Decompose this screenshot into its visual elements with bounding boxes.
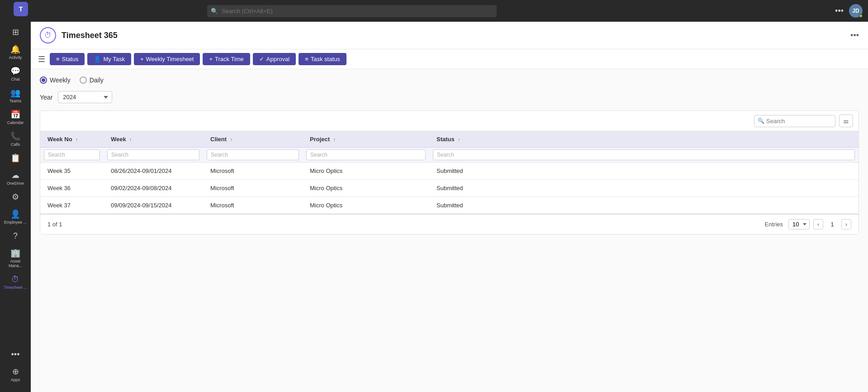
weekly-timesheet-label: Weekly Timesheet: [146, 56, 194, 62]
onedrive-label: OneDrive: [7, 181, 24, 186]
table-header-row: Week No ↑ Week ↑ Client ↑: [40, 131, 859, 148]
icon-rail-bottom: ••• ⊕ Apps: [2, 346, 29, 385]
settings-icon: ⚙: [12, 193, 19, 201]
whiteboard-icon: 📋: [10, 154, 20, 162]
sidebar-item-timesheet[interactable]: ⏱ Timesheet ...: [2, 272, 29, 292]
filter-input-client[interactable]: [207, 149, 299, 160]
apps-label: Apps: [11, 378, 20, 382]
status-tab-icon: ≡: [56, 56, 60, 62]
cell-status: Submitted: [429, 163, 859, 180]
col-header-week[interactable]: Week ↑: [104, 131, 203, 148]
topbar-logo-area: T: [5, 2, 36, 20]
avatar-status-dot: [859, 14, 863, 18]
filter-input-week[interactable]: [107, 149, 199, 160]
filter-input-project[interactable]: [306, 149, 426, 160]
col-project-label: Project: [310, 136, 330, 143]
asset-label: Asset Mana...: [4, 259, 27, 268]
pagination-next-button[interactable]: ›: [841, 219, 851, 229]
apps-icon: ⊕: [12, 368, 19, 376]
radio-daily-circle: [80, 76, 87, 84]
topbar: T 🔍 ••• JD: [0, 0, 868, 22]
col-client-sort-icon: ↑: [230, 137, 232, 142]
col-week-sort-icon: ↑: [129, 137, 132, 142]
filter-cell-week: [104, 148, 203, 163]
activity-label: Activity: [9, 55, 22, 60]
table-search-icon: 🔍: [758, 118, 764, 124]
col-week-no-label: Week No: [47, 136, 72, 143]
filter-input-status[interactable]: [433, 149, 855, 160]
sidebar-item-activity[interactable]: 🔔 Activity: [2, 43, 29, 62]
tab-status[interactable]: ≡ Status: [50, 53, 85, 65]
cell-week: 09/09/2024-09/15/2024: [104, 197, 203, 214]
timesheet-table: Week No ↑ Week ↑ Client ↑: [40, 131, 859, 214]
pagination-right: Entries 5 10 20 50 ‹ 1 ›: [765, 219, 851, 229]
icon-rail-top: ⊞ 🔔 Activity 💬 Chat 👥 Teams 📅 Calendar 📞…: [2, 25, 29, 344]
col-header-client[interactable]: Client ↑: [203, 131, 303, 148]
sidebar-item-asset[interactable]: 🏢 Asset Mana...: [2, 246, 29, 271]
sidebar-item-employees[interactable]: 👤 Employee ...: [2, 207, 29, 227]
sidebar-item-chat[interactable]: 💬 Chat: [2, 64, 29, 84]
app-header-more-button[interactable]: •••: [850, 31, 859, 40]
grid-dots-icon[interactable]: ⊞: [10, 25, 21, 39]
teams-icon: 👥: [10, 89, 20, 97]
filter-cell-client: [203, 148, 303, 163]
cell-client: Microsoft: [203, 180, 303, 197]
sidebar-item-calls[interactable]: 📞 Calls: [2, 129, 29, 149]
radio-daily[interactable]: Daily: [80, 76, 104, 84]
col-header-project[interactable]: Project ↑: [303, 131, 429, 148]
table-toolbar: 🔍 ⚌: [40, 111, 859, 131]
topbar-more-icon[interactable]: •••: [835, 6, 844, 16]
sidebar-item-whiteboard[interactable]: 📋: [2, 151, 29, 167]
cell-week-no: Week 37: [40, 197, 104, 214]
my-task-tab-label: My Task: [103, 56, 124, 62]
employees-label: Employee ...: [4, 220, 27, 225]
sidebar-item-settings[interactable]: ⚙: [2, 190, 29, 206]
sidebar-item-onedrive[interactable]: ☁ OneDrive: [2, 168, 29, 188]
table-row[interactable]: Week 35 08/26/2024-09/01/2024 Microsoft …: [40, 163, 859, 180]
topbar-right: ••• JD: [835, 4, 863, 18]
year-row: Year 2022 2023 2024 2025: [40, 91, 859, 103]
view-radio-group: Weekly Daily: [40, 76, 859, 84]
radio-weekly[interactable]: Weekly: [40, 76, 71, 84]
tab-my-task[interactable]: 👤 My Task: [87, 53, 131, 65]
search-icon: 🔍: [211, 8, 218, 14]
approval-label: Approval: [266, 56, 289, 62]
pagination-prev-button[interactable]: ‹: [813, 219, 823, 229]
table-body: Week 35 08/26/2024-09/01/2024 Microsoft …: [40, 163, 859, 214]
rail-more-button[interactable]: •••: [8, 346, 24, 363]
app-logo: ⏱: [40, 27, 56, 43]
hamburger-button[interactable]: ☰: [38, 54, 45, 64]
tab-weekly-timesheet[interactable]: + Weekly Timesheet: [134, 53, 200, 65]
table-row[interactable]: Week 37 09/09/2024-09/15/2024 Microsoft …: [40, 197, 859, 214]
col-header-status[interactable]: Status ↑: [429, 131, 859, 148]
avatar[interactable]: JD: [849, 4, 863, 18]
cell-project: Micro Optics: [303, 197, 429, 214]
teams-logo: T: [14, 2, 28, 16]
table-row[interactable]: Week 36 09/02/2024-09/08/2024 Microsoft …: [40, 180, 859, 197]
tab-track-time[interactable]: + Track Time: [203, 53, 250, 65]
cell-status: Submitted: [429, 180, 859, 197]
sidebar-item-teams[interactable]: 👥 Teams: [2, 86, 29, 106]
filter-button[interactable]: ⚌: [839, 115, 853, 127]
avatar-initials: JD: [852, 8, 859, 14]
topbar-search-input[interactable]: [207, 5, 497, 17]
col-header-week-no[interactable]: Week No ↑: [40, 131, 104, 148]
entries-select[interactable]: 5 10 20 50: [788, 219, 810, 229]
calendar-label: Calendar: [7, 120, 24, 125]
tab-task-status[interactable]: ≡ Task status: [299, 53, 346, 65]
asset-icon: 🏢: [10, 249, 20, 257]
filter-input-week-no[interactable]: [44, 149, 100, 160]
pagination-current-page: 1: [827, 220, 837, 229]
cell-status: Submitted: [429, 197, 859, 214]
table-search-input[interactable]: [754, 115, 835, 127]
sidebar-item-apps[interactable]: ⊕ Apps: [2, 365, 29, 385]
cell-project: Micro Optics: [303, 163, 429, 180]
sidebar-item-calendar[interactable]: 📅 Calendar: [2, 108, 29, 128]
year-select[interactable]: 2022 2023 2024 2025: [58, 91, 112, 103]
app-layout: ⊞ 🔔 Activity 💬 Chat 👥 Teams 📅 Calendar 📞…: [0, 22, 868, 392]
tab-approval[interactable]: ✓ Approval: [253, 53, 296, 65]
col-week-no-sort-icon: ↑: [76, 137, 78, 142]
task-status-icon: ≡: [305, 56, 308, 62]
timesheet-table-container: 🔍 ⚌ Week No ↑: [40, 110, 859, 234]
sidebar-item-help[interactable]: ?: [2, 229, 29, 244]
